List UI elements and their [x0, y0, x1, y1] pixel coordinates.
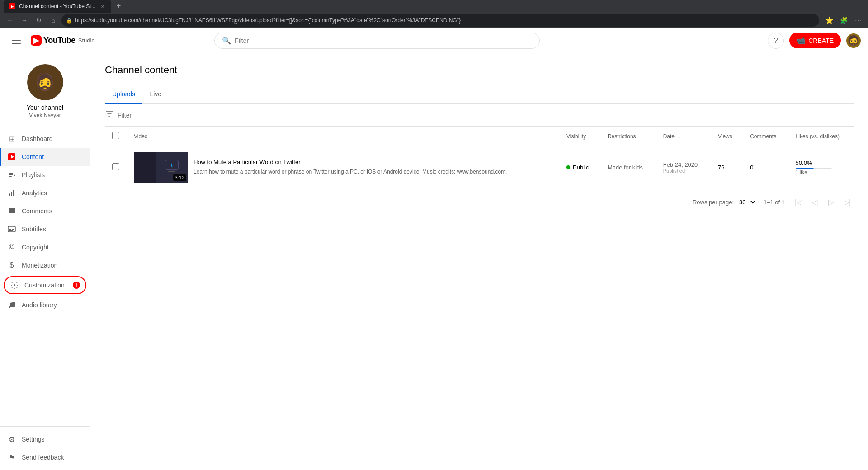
first-page-button[interactable]: |◁ [792, 196, 805, 208]
filter-icon[interactable] [105, 109, 114, 121]
sidebar-item-copyright[interactable]: © Copyright [0, 238, 90, 256]
tab-close-btn[interactable]: ✕ [99, 3, 106, 9]
svg-point-13 [14, 284, 15, 286]
table-header-video[interactable]: Video [127, 127, 559, 146]
video-cell: t 3:12 [127, 146, 559, 188]
table-header-date[interactable]: Date ↓ [656, 127, 711, 146]
date-sort-arrow: ↓ [678, 134, 680, 139]
sidebar-item-send-feedback[interactable]: ⚑ Send feedback [0, 448, 90, 466]
sidebar-item-analytics[interactable]: Analytics [0, 184, 90, 202]
svg-rect-7 [11, 192, 12, 196]
monetization-icon: $ [7, 261, 16, 270]
likes-bar [796, 168, 832, 169]
sidebar-item-settings[interactable]: ⚙ Settings [0, 430, 90, 448]
sidebar-item-content[interactable]: Content [0, 148, 90, 166]
next-page-button[interactable]: ▷ [825, 196, 837, 208]
channel-handle: Vivek Nayyar [29, 112, 61, 118]
table-header-restrictions[interactable]: Restrictions [600, 127, 656, 146]
bookmarks-button[interactable]: ⭐ [823, 14, 835, 27]
rows-per-page: Rows per page: 30 50 100 [693, 198, 756, 206]
dashboard-icon: ⊞ [7, 134, 16, 143]
video-thumbnail[interactable]: t 3:12 [134, 152, 188, 183]
svg-point-15 [13, 306, 15, 307]
browser-tab[interactable]: ▶ Channel content - YouTube St... ✕ [4, 0, 111, 13]
sidebar-label-content: Content [22, 153, 44, 160]
studio-text: Studio [90, 37, 95, 44]
sidebar-item-playlists[interactable]: Playlists [0, 166, 90, 184]
svg-rect-3 [9, 174, 13, 175]
search-input[interactable] [235, 37, 532, 44]
video-table: Video Visibility Restrictions Date ↓ [105, 127, 854, 188]
views-value: 76 [718, 164, 724, 171]
address-bar[interactable]: 🔒 https://studio.youtube.com/channel/UC3… [61, 14, 819, 27]
table-header-likes[interactable]: Likes (vs. dislikes) [788, 127, 854, 146]
row-checkbox[interactable] [112, 163, 119, 170]
browser-chrome: ▶ Channel content - YouTube St... ✕ + ← … [0, 0, 868, 28]
analytics-icon [7, 188, 16, 197]
reload-button[interactable]: ↻ [33, 14, 45, 27]
new-tab-button[interactable]: + [113, 0, 125, 12]
user-avatar[interactable]: 🧔 [846, 33, 861, 48]
last-page-button[interactable]: ▷| [841, 196, 854, 208]
svg-point-14 [9, 306, 10, 308]
tab-live[interactable]: Live [142, 85, 169, 104]
sidebar-navigation: ⊞ Dashboard Content [0, 126, 90, 426]
tab-title: Channel content - YouTube St... [19, 3, 96, 9]
topbar: ▶ YouTube Studio 🔍 ? 📹 CREATE 🧔 [90, 28, 868, 53]
publish-status: Published [663, 168, 703, 174]
video-title: How to Mute a Particular Word on Twitter [193, 159, 552, 166]
sidebar-item-dashboard[interactable]: ⊞ Dashboard [0, 130, 90, 148]
sidebar-item-customization[interactable]: Customization 1 [4, 276, 86, 294]
restrictions-label: Made for kids [608, 164, 643, 171]
sidebar-label-analytics: Analytics [22, 189, 47, 197]
browser-action-buttons: ⭐ 🧩 ⋯ [823, 14, 864, 27]
video-cell-content: t 3:12 [134, 152, 552, 183]
content-icon [7, 152, 16, 161]
main-content: ▶ YouTube Studio 🔍 ? 📹 CREATE 🧔 [90, 28, 868, 470]
forward-button[interactable]: → [18, 14, 31, 27]
lock-icon: 🔒 [66, 18, 72, 24]
svg-marker-5 [14, 174, 15, 177]
create-button[interactable]: 📹 CREATE [789, 33, 841, 48]
sidebar-item-comments[interactable]: Comments [0, 202, 90, 220]
table-header-checkbox [105, 127, 127, 146]
sidebar-label-monetization: Monetization [22, 262, 57, 269]
home-button[interactable]: ⌂ [47, 14, 60, 27]
thumb-left-panel [134, 152, 156, 183]
visibility-indicator [566, 165, 570, 169]
filter-bar [105, 104, 854, 127]
sidebar-item-audio-library[interactable]: Audio library [0, 296, 90, 314]
extensions-button[interactable]: 🧩 [837, 14, 850, 27]
comments-icon [7, 207, 16, 216]
back-button[interactable]: ← [4, 14, 16, 27]
page-info: 1–1 of 1 [764, 199, 785, 206]
select-all-checkbox[interactable] [112, 132, 119, 139]
app-container: 🧔 Your channel Vivek Nayyar ⊞ Dashboard … [0, 28, 868, 470]
sidebar: 🧔 Your channel Vivek Nayyar ⊞ Dashboard … [0, 28, 90, 470]
sidebar-label-settings: Settings [22, 436, 45, 443]
table-header-views[interactable]: Views [711, 127, 743, 146]
svg-rect-8 [13, 190, 14, 196]
filter-input[interactable] [118, 112, 854, 119]
sidebar-bottom: ⚙ Settings ⚑ Send feedback [0, 426, 90, 470]
feedback-icon: ⚑ [7, 453, 16, 462]
date-value: Feb 24, 2020 [663, 161, 703, 168]
rows-per-page-select[interactable]: 30 50 100 [737, 198, 756, 206]
tab-uploads[interactable]: Uploads [105, 85, 142, 104]
rows-per-page-label: Rows per page: [693, 199, 734, 206]
table-header-visibility[interactable]: Visibility [559, 127, 600, 146]
table-row: t 3:12 [105, 146, 854, 188]
help-button[interactable]: ? [768, 33, 784, 49]
likes-count: 1 like [796, 169, 846, 175]
svg-rect-4 [9, 176, 12, 177]
likes-percentage: 50.0% [796, 160, 846, 166]
prev-page-button[interactable]: ◁ [808, 196, 821, 208]
menu-button[interactable]: ⋯ [852, 14, 864, 27]
table-header-comments[interactable]: Comments [743, 127, 788, 146]
video-description: Learn how to mute a particular word or p… [193, 168, 552, 176]
video-duration: 3:12 [173, 174, 186, 181]
sidebar-item-subtitles[interactable]: Subtitles [0, 220, 90, 238]
channel-avatar[interactable]: 🧔 [27, 64, 63, 100]
youtube-studio-logo[interactable]: ▶ YouTube Studio [90, 35, 95, 46]
sidebar-item-monetization[interactable]: $ Monetization [0, 256, 90, 274]
